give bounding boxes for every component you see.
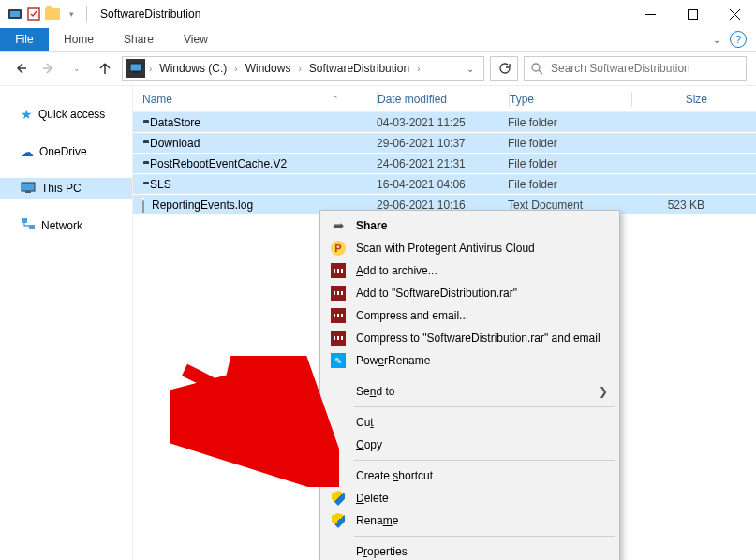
back-button[interactable] (9, 57, 32, 80)
col-name[interactable]: Name⌃ (133, 93, 377, 106)
sidebar-quick-access[interactable]: ★Quick access (0, 103, 132, 125)
sidebar-network[interactable]: Network (0, 214, 132, 237)
minimize-button[interactable] (630, 0, 672, 28)
rar-icon (330, 285, 347, 302)
ctx-add-rar[interactable]: Add to "SoftwareDistribution.rar" (322, 282, 617, 304)
tab-home[interactable]: Home (49, 28, 109, 51)
file-name: ReportingEvents.log (152, 199, 253, 212)
svg-rect-4 (689, 9, 698, 19)
ctx-create-shortcut[interactable]: Create shortcut (322, 464, 617, 487)
file-type: File folder (508, 178, 630, 191)
ctx-powerrename[interactable]: ✎PowerRename (322, 349, 617, 372)
rar-icon (330, 330, 347, 346)
file-date: 29-06-2021 10:37 (377, 137, 508, 150)
svg-rect-15 (22, 218, 27, 223)
table-row[interactable]: PostRebootEventCache.V2 24-06-2021 21:31… (133, 154, 756, 174)
sidebar-onedrive[interactable]: ☁OneDrive (0, 140, 132, 163)
protegent-icon: P (330, 240, 347, 257)
ctx-delete[interactable]: Delete (322, 487, 617, 509)
sidebar-this-pc[interactable]: This PC (0, 178, 132, 199)
ctx-rename[interactable]: Rename (322, 509, 617, 532)
chevron-right-icon[interactable]: › (296, 64, 303, 74)
crumb-current[interactable]: SoftwareDistribution (305, 62, 413, 75)
app-icon (7, 7, 22, 22)
file-name: Download (150, 137, 200, 150)
recent-button[interactable]: ⌄ (66, 57, 88, 80)
rar-icon (330, 307, 347, 324)
table-row[interactable]: DataStore 04-03-2021 11:25 File folder (133, 112, 756, 133)
chevron-right-icon[interactable]: › (232, 64, 239, 74)
svg-line-12 (539, 70, 542, 74)
file-name: PostRebootEventCache.V2 (150, 157, 287, 170)
refresh-button[interactable] (490, 56, 518, 81)
sidebar: ★Quick access ☁OneDrive This PC Network (0, 86, 133, 560)
file-name: DataStore (150, 116, 200, 129)
qat-dropdown-icon[interactable]: ▾ (64, 7, 79, 22)
crumb-drive[interactable]: Windows (C:) (156, 62, 230, 75)
file-size: 523 KB (630, 199, 723, 212)
ribbon: File Home Share View ⌄ ? (0, 28, 756, 52)
shield-icon (330, 490, 347, 507)
rar-icon (330, 262, 347, 279)
search-icon (530, 62, 543, 75)
maximize-button[interactable] (672, 0, 714, 28)
folder-mini-icon: .folder-icon[style*='ffcc66']::before{ba… (45, 7, 60, 22)
chevron-right-icon[interactable]: › (147, 64, 154, 74)
context-menu: ➦Share PScan with Protegent Antivirus Cl… (319, 210, 620, 560)
file-type: File folder (508, 157, 630, 170)
tab-view[interactable]: View (169, 28, 223, 51)
svg-point-11 (532, 64, 540, 71)
ctx-compress-email[interactable]: Compress and email... (322, 304, 617, 327)
tab-share[interactable]: Share (109, 28, 169, 51)
ctx-share[interactable]: ➦Share (322, 214, 617, 237)
qat-properties-icon[interactable] (26, 7, 41, 22)
powerrename-icon: ✎ (330, 352, 347, 369)
table-row[interactable]: SLS 16-04-2021 04:06 File folder (133, 174, 756, 195)
file-tab[interactable]: File (0, 28, 49, 51)
pc-icon (126, 59, 145, 78)
separator (86, 6, 87, 22)
file-type: File folder (508, 116, 630, 129)
sidebar-item-label: This PC (41, 182, 82, 195)
nav-row: ⌄ › Windows (C:) › Windows › SoftwareDis… (0, 52, 756, 85)
address-bar[interactable]: › Windows (C:) › Windows › SoftwareDistr… (122, 56, 484, 81)
shield-icon (330, 512, 347, 529)
ctx-cut[interactable]: Cut (322, 411, 617, 434)
file-date: 16-04-2021 04:06 (377, 178, 508, 191)
ribbon-expand-icon[interactable]: ⌄ (707, 28, 726, 51)
ctx-send-to[interactable]: Send to❯ (322, 380, 617, 403)
col-date[interactable]: Date modified (378, 93, 509, 106)
chevron-right-icon[interactable]: › (415, 64, 422, 74)
sidebar-item-label: Network (41, 219, 82, 232)
file-name: SLS (150, 178, 171, 191)
file-date: 24-06-2021 21:31 (377, 157, 508, 170)
ctx-compress-rar-email[interactable]: Compress to "SoftwareDistribution.rar" a… (322, 327, 617, 349)
share-icon: ➦ (330, 217, 347, 234)
sort-caret-icon: ⌃ (332, 95, 339, 104)
table-row[interactable]: Download 29-06-2021 10:37 File folder (133, 133, 756, 154)
ctx-protegent[interactable]: PScan with Protegent Antivirus Cloud (322, 237, 617, 259)
ctx-copy[interactable]: Copy (322, 434, 617, 456)
col-size[interactable]: Size (632, 93, 726, 106)
ctx-add-archive[interactable]: Add to archive... (322, 259, 617, 282)
col-type[interactable]: Type (510, 93, 631, 106)
monitor-icon (21, 183, 36, 194)
network-icon (21, 217, 36, 233)
crumb-windows[interactable]: Windows (242, 62, 295, 75)
svg-rect-9 (130, 64, 141, 71)
up-button[interactable] (94, 57, 116, 80)
svg-rect-1 (10, 11, 20, 17)
file-date: 04-03-2021 11:25 (377, 116, 508, 129)
svg-rect-14 (25, 191, 31, 193)
file-icon (142, 199, 144, 212)
sidebar-item-label: Quick access (38, 108, 105, 121)
search-box[interactable] (524, 56, 747, 81)
close-button[interactable] (714, 0, 756, 28)
address-dropdown-icon[interactable]: ⌄ (461, 64, 480, 74)
svg-rect-10 (133, 71, 139, 73)
help-icon[interactable]: ? (730, 31, 747, 48)
forward-button[interactable] (37, 57, 60, 80)
window-title: SoftwareDistribution (100, 7, 200, 21)
search-input[interactable] (549, 61, 740, 76)
ctx-properties[interactable]: Properties (322, 540, 617, 560)
